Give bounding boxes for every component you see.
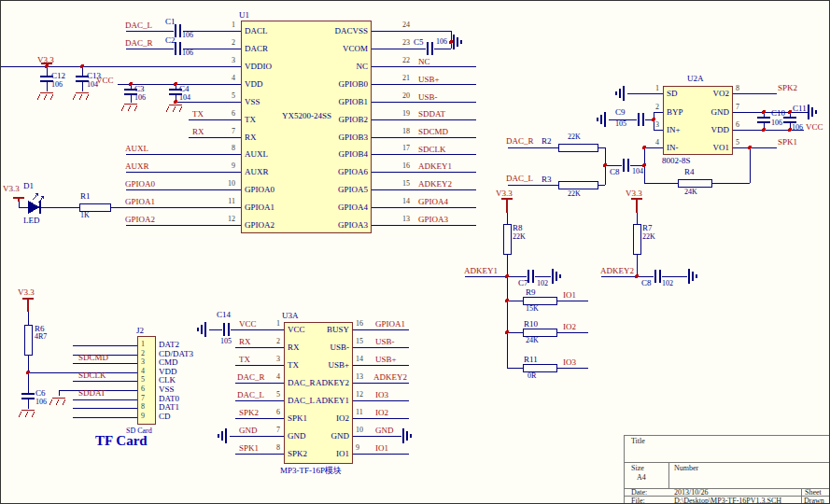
r1-value: 1K	[80, 212, 90, 219]
net-label: ADKEY2	[373, 373, 407, 382]
j2-pin-number: 6	[141, 385, 145, 393]
u1-pin-name: GPIOB3	[308, 133, 368, 142]
net-label: RX	[192, 128, 204, 136]
net-label: USB+	[418, 76, 440, 84]
net-label: GPIOA1	[375, 320, 405, 329]
net-label: TX	[239, 356, 250, 364]
power-label: V3.3	[3, 185, 20, 193]
schematic-graphics	[0, 0, 830, 504]
u3a-pin-name: ADKEY1	[301, 397, 349, 405]
j2-pin-number: 5	[141, 376, 145, 384]
net-label: SPK2	[778, 84, 797, 92]
c10-value: 106	[771, 119, 782, 127]
u1-pin-number: 23	[402, 39, 410, 47]
u2a-pin-number: 6	[736, 121, 739, 129]
c12-value: 106	[51, 81, 63, 89]
r1-ref: R1	[80, 192, 91, 201]
u1-pin-number: 17	[402, 145, 410, 152]
power-label: V3.3	[496, 189, 513, 198]
u3a-pin-number: 5	[267, 391, 280, 399]
j2-pin-number: 9	[141, 413, 145, 420]
c8-ref: C8	[610, 168, 620, 176]
titleblock-file-value: D:\Desktop\MP3-TF-16PV1.3.SCH	[674, 497, 781, 504]
net-label: DAC_L	[237, 391, 264, 399]
ground-bar-icon	[198, 322, 205, 337]
j2-pin-number: 8	[141, 403, 145, 411]
net-label: GND	[375, 427, 394, 435]
led-arrows	[33, 193, 44, 203]
u1-pin-number: 3	[218, 57, 235, 64]
title-block-lines	[624, 435, 830, 504]
c4-ref: C4	[179, 85, 190, 93]
u1-pin-number: 12	[218, 216, 235, 223]
u1-pin-name: GPIOA1	[245, 203, 274, 212]
u1-pin-name: GPIOA6	[308, 168, 368, 176]
sheet-border	[0, 0, 830, 504]
r2-ref: R2	[542, 137, 552, 146]
c12-ref: C12	[51, 72, 65, 80]
u1-pin-number: 1	[218, 21, 235, 29]
net-label: ADKEY2	[600, 267, 634, 275]
net-label: NC	[418, 58, 430, 66]
u2a-ref: U2A	[687, 75, 704, 83]
u3a-pin-number: 13	[356, 373, 363, 381]
net-label: DAC_R	[506, 137, 534, 146]
u1-pin-number: 22	[402, 57, 410, 64]
net-label: GPIOA4	[418, 198, 448, 206]
u2a-pin-number: 7	[736, 104, 739, 111]
j2-pin-number: 3	[141, 358, 145, 366]
u1-pin-number: 4	[218, 75, 235, 82]
net-label: SDCMD	[418, 128, 448, 136]
resistor-bodies	[24, 144, 711, 371]
net-label: SDDAT	[418, 110, 445, 119]
tf-card-title: TF Card	[95, 437, 148, 445]
u1-pin-name: GPIOB2	[308, 116, 368, 124]
u3a-pin-number: 7	[267, 427, 280, 434]
net-label: RX	[239, 338, 251, 346]
net-label: DAC_L	[506, 175, 533, 183]
titleblock-title-label: Title	[631, 438, 645, 445]
net-label: IO3	[375, 391, 388, 399]
c1-ref: C1	[165, 18, 176, 26]
u1-pin-name: VCOM	[308, 45, 368, 53]
d1-value: LED	[23, 217, 40, 225]
u3a-pin-number: 14	[356, 356, 363, 363]
u1-ref: U1	[239, 11, 249, 20]
r8-value: 22K	[513, 233, 526, 241]
j2-pin-name: DAT1	[159, 403, 179, 412]
net-label: TX	[192, 110, 204, 119]
titleblock-drawn-label: Drawn	[804, 497, 824, 504]
u3a-pin-name: TX	[288, 361, 299, 370]
r11-value: 0R	[528, 372, 536, 380]
u2a-pin-number: 3	[646, 121, 659, 129]
u3a-pin-name: USB+	[301, 361, 349, 370]
u3a-pin-name: BUSY	[301, 326, 349, 334]
u1-pin-name: VDDIO	[245, 63, 272, 71]
u1-pin-number: 6	[218, 110, 235, 118]
u1-pin-name: RX	[245, 133, 257, 142]
net-label: IO1	[563, 291, 576, 300]
u3a-pin-number: 9	[356, 444, 359, 452]
ground-bar-icon	[454, 35, 461, 49]
u1-pin-name: GPIOA3	[308, 221, 368, 230]
u1-pin-number: 18	[402, 128, 410, 135]
net-label: VCC	[806, 123, 823, 132]
net-label: SDCMD	[78, 354, 108, 362]
u3a-pin-name: IO1	[301, 450, 349, 458]
u3a-ref: U3A	[282, 312, 299, 320]
j2-pin-name: VSS	[159, 385, 175, 394]
j2-pin-name: DAT2	[159, 341, 179, 349]
schematic-sheet: DAC_L DAC_R C1 106 C2 106 V3.3 C12 106 C…	[0, 0, 830, 504]
u1-pin-number: 13	[402, 216, 410, 223]
r3-ref: R3	[542, 175, 552, 184]
u1-pin-number: 21	[402, 75, 410, 82]
u2a-pin-name: VDD	[682, 126, 729, 134]
titleblock-file-label: File:	[631, 497, 645, 504]
net-label: GPIOA2	[125, 216, 155, 224]
power-label: V3.3	[37, 56, 54, 64]
ground-earth-icon	[121, 104, 137, 111]
c10-ref: C10	[771, 109, 785, 118]
net-label: SPK1	[778, 138, 797, 147]
titleblock-date-value: 2013/10/26	[674, 489, 708, 497]
u3a-pin-name: RX	[288, 343, 300, 352]
